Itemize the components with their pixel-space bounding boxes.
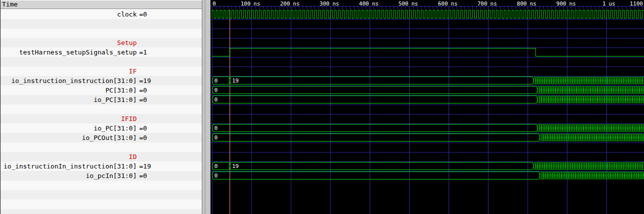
signal-name: clock — [1, 10, 137, 18]
time-header: Time — [1, 0, 202, 9]
bus-undef-pattern — [540, 172, 644, 179]
blank-row — [1, 190, 202, 200]
svg-text:1100: 1100 — [630, 0, 643, 7]
waveforms: 01900000190 — [212, 10, 644, 180]
signal-value: =0 — [139, 124, 147, 132]
blank-row — [1, 142, 202, 152]
signal-row[interactable]: io_instructionIn_instruction[31:0]=19 — [1, 162, 202, 171]
signal-name-list: clock=0SetuptestHarness_setupSignals_set… — [1, 10, 202, 214]
svg-text:ns: ns — [569, 0, 576, 7]
svg-text:400: 400 — [359, 0, 369, 7]
group-label: IFID — [1, 115, 137, 122]
scrollbar-track-line — [205, 0, 205, 214]
bus-value-text: 0 — [214, 125, 218, 132]
signal-names-panel: Time clock=0SetuptestHarness_setupSignal… — [0, 0, 202, 214]
signal-name: testHarness_setupSignals_setup — [1, 48, 137, 56]
bus-undef-pattern — [538, 96, 644, 103]
signal-name: PC[31:0] — [1, 86, 137, 94]
blank-row — [1, 200, 202, 209]
group-label: Setup — [1, 39, 137, 46]
bus-value-text: 0 — [214, 96, 218, 103]
svg-text:ns: ns — [530, 0, 536, 7]
blank-row — [1, 57, 202, 66]
group-row[interactable]: Setup — [1, 38, 202, 48]
bus-segment — [212, 86, 538, 94]
blank-row — [1, 104, 202, 114]
svg-text:200: 200 — [280, 0, 290, 7]
bus-value-text: 0 — [214, 78, 218, 84]
bus-segment — [212, 96, 538, 104]
bus-value-text: 19 — [232, 163, 238, 170]
signal-value: =19 — [139, 162, 151, 170]
group-row[interactable]: IFID — [1, 114, 202, 124]
signal-value: =19 — [139, 77, 151, 84]
bus-undef-pattern — [538, 86, 644, 94]
svg-text:ns: ns — [451, 0, 457, 7]
bus-undef-pattern — [540, 134, 644, 141]
bus-undef-pattern — [538, 124, 644, 132]
svg-text:ns: ns — [372, 0, 379, 7]
svg-text:300: 300 — [319, 0, 330, 7]
bus-value-text: 0 — [214, 163, 218, 170]
grid-lines — [211, 6, 644, 214]
bus-segment — [212, 172, 540, 180]
signal-name: io_instructionIn_instruction[31:0] — [1, 162, 137, 170]
bus-undef-pattern — [534, 162, 644, 170]
signal-row[interactable]: io_PCOut[31:0]=0 — [1, 133, 202, 142]
bus-segment — [212, 124, 538, 132]
svg-text:ns: ns — [490, 0, 497, 7]
signal-row[interactable]: io_PC[31:0]=0 — [1, 95, 202, 104]
group-label: IF — [1, 68, 137, 75]
signal-value: =0 — [139, 96, 147, 104]
signal-name: io_PC[31:0] — [1, 96, 137, 104]
group-row[interactable]: IF — [1, 66, 202, 76]
svg-text:ns: ns — [333, 0, 339, 7]
bus-value-text: 0 — [214, 134, 218, 141]
blank-row — [1, 28, 202, 38]
group-row[interactable]: ID — [1, 152, 202, 162]
svg-text:600: 600 — [438, 0, 448, 7]
signal-value: =1 — [139, 48, 147, 56]
svg-text:100: 100 — [240, 0, 250, 7]
time-header-label: Time — [2, 0, 18, 8]
bus-value-text: 19 — [232, 78, 238, 84]
signal-value: =0 — [139, 86, 147, 94]
signal-row[interactable]: io_PC[31:0]=0 — [1, 124, 202, 133]
bit-wave — [212, 48, 644, 56]
signal-value: =0 — [139, 10, 147, 18]
signal-name: io_PC[31:0] — [1, 124, 137, 132]
signal-name: io_pcIn[31:0] — [1, 172, 137, 180]
wave-panel[interactable]: 019000001900100ns200ns300ns400ns500ns600… — [211, 0, 644, 214]
svg-text:0: 0 — [213, 0, 216, 7]
blank-row — [1, 209, 202, 214]
group-label: ID — [1, 153, 137, 160]
svg-text:us: us — [609, 0, 615, 7]
bus-undef-pattern — [534, 76, 644, 84]
clock-wave — [212, 10, 644, 18]
blank-row — [1, 180, 202, 190]
svg-text:700: 700 — [477, 0, 487, 7]
svg-text:ns: ns — [412, 0, 418, 7]
svg-text:ns: ns — [253, 0, 260, 7]
svg-text:900: 900 — [556, 0, 566, 7]
vertical-scrollbar[interactable] — [202, 0, 211, 214]
svg-text:1: 1 — [602, 0, 606, 7]
signal-row[interactable]: clock=0 — [1, 10, 202, 19]
timescale: 0100ns200ns300ns400ns500ns600ns700ns800n… — [213, 0, 643, 7]
signal-value: =0 — [139, 172, 147, 180]
signal-row[interactable]: testHarness_setupSignals_setup=1 — [1, 48, 202, 57]
svg-text:500: 500 — [399, 0, 409, 7]
gtkwave-window: Time clock=0SetuptestHarness_setupSignal… — [0, 0, 644, 214]
blank-row — [1, 19, 202, 28]
signal-name: io_instruction_instruction[31:0] — [1, 77, 137, 84]
bus-segment — [212, 134, 540, 142]
svg-text:800: 800 — [517, 0, 527, 7]
signal-row[interactable]: io_pcIn[31:0]=0 — [1, 171, 202, 180]
bus-value-text: 0 — [214, 87, 218, 94]
signal-row[interactable]: PC[31:0]=0 — [1, 86, 202, 95]
signal-value: =0 — [139, 134, 147, 142]
wave-canvas[interactable]: 019000001900100ns200ns300ns400ns500ns600… — [211, 0, 644, 214]
signal-name: io_PCOut[31:0] — [1, 134, 137, 142]
signal-row[interactable]: io_instruction_instruction[31:0]=19 — [1, 76, 202, 86]
svg-text:ns: ns — [293, 0, 299, 7]
